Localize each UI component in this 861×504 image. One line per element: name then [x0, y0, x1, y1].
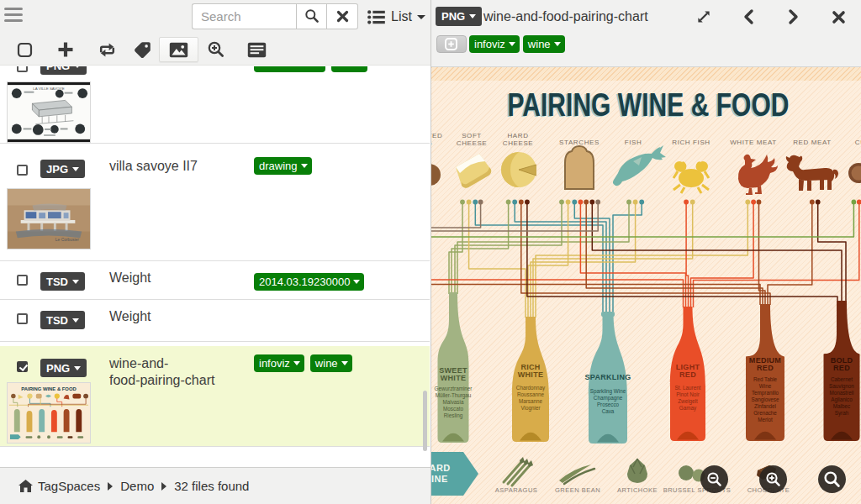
zoom-reset-button[interactable]: [818, 465, 846, 493]
banner-text: WINE: [431, 474, 448, 484]
food-label: VEG: [431, 139, 432, 147]
tag-pill[interactable]: infoviz: [254, 354, 304, 372]
view-mode-dropdown[interactable]: List: [367, 8, 425, 26]
file-checkbox[interactable]: [17, 275, 28, 286]
svg-text:Le Corbusier: Le Corbusier: [55, 238, 79, 242]
checkbox-outline-icon: [17, 42, 33, 58]
zoom-in-list-button[interactable]: [202, 37, 230, 62]
repeat-icon: [98, 41, 117, 59]
preview-file-title: wine-and-food-pairing-chart: [483, 9, 648, 24]
file-ext-badge[interactable]: TSD: [40, 311, 85, 329]
tag-pill[interactable]: [254, 66, 325, 72]
breadcrumb-app[interactable]: TagSpaces: [38, 479, 100, 493]
bottle-name: RED: [757, 364, 774, 372]
file-checkbox[interactable]: [17, 66, 28, 72]
bottle-wine: Zinfandel: [754, 403, 776, 409]
file-title: Weight: [109, 308, 151, 325]
previous-file-button[interactable]: [737, 7, 759, 27]
file-thumbnail-villa-drawing[interactable]: LA VILLE SAVOYE: [7, 81, 91, 143]
wine-bottle: [512, 317, 549, 442]
close-preview-button[interactable]: [827, 7, 849, 27]
add-tag-button[interactable]: [436, 35, 467, 54]
create-file-button[interactable]: [51, 37, 80, 62]
thumbnails-toggle-button[interactable]: [159, 37, 198, 62]
next-file-button[interactable]: [783, 7, 805, 27]
file-tags: 2014.03.19230000: [254, 273, 364, 291]
food-label: CHEESE: [503, 139, 534, 147]
bottle-wine: Monastrell: [829, 390, 853, 396]
food-category-labels: ROASTEDVEGSOFTCHEESEHARDCHEESESTARCHESFI…: [431, 132, 861, 147]
details-view-button[interactable]: [242, 37, 271, 62]
breadcrumb-folder[interactable]: Demo: [120, 479, 154, 493]
search-button[interactable]: [296, 3, 327, 29]
preview-tag-pill[interactable]: wine: [523, 35, 565, 53]
food-label: RED MEAT: [793, 139, 832, 146]
preview-tag-pill[interactable]: infoviz: [469, 35, 520, 53]
home-icon[interactable]: [18, 480, 33, 492]
bottle-wine: Cava: [602, 408, 615, 414]
file-browser-panel: List: [0, 0, 430, 504]
tag-pill[interactable]: 2014.03.19230000: [254, 273, 364, 291]
banner-text: HARD: [431, 463, 451, 473]
bottle-wine: Zweigelt: [678, 398, 698, 405]
tag-label: infoviz: [474, 38, 505, 50]
file-checkbox[interactable]: [17, 313, 28, 324]
bottle-wine: Prosecco: [597, 402, 620, 407]
tag-pill[interactable]: drawing: [254, 157, 312, 175]
chevron-down-icon: [301, 164, 308, 168]
bottle-name: RED: [833, 364, 850, 372]
file-tags: infovizwine: [254, 354, 352, 372]
file-checkbox[interactable]: [17, 165, 28, 176]
fullscreen-button[interactable]: [693, 7, 715, 27]
file-row[interactable]: PNG LA VILLE SAVOYE: [0, 66, 430, 144]
bottle-wine: Merlot: [758, 417, 773, 423]
file-title: wine-and-food-pairing-chart: [109, 355, 214, 389]
food-label: SOFT: [462, 132, 482, 139]
vegetable-label: ASPARAGUS: [495, 486, 538, 494]
wine-bottles: [438, 292, 860, 444]
clear-search-button[interactable]: [327, 3, 358, 29]
magnifier-plus-icon: [207, 40, 225, 59]
refresh-button[interactable]: [92, 37, 121, 62]
file-thumbnail-villa-watercolor[interactable]: Le Corbusier: [7, 188, 91, 249]
file-ext-label: PNG: [46, 66, 70, 72]
tag-pill[interactable]: [331, 66, 367, 72]
magnifier-icon: [823, 470, 841, 488]
bottle-wine: Sparkling Wine: [590, 388, 626, 395]
bottle-wine: Viognier: [521, 405, 541, 412]
bottle-wine: Moscato: [443, 406, 463, 412]
file-thumbnail-wine-chart[interactable]: PAIRING WINE & FOOD: [7, 382, 91, 444]
file-row[interactable]: TSDWeight2014.03.19230000: [0, 261, 430, 300]
chevron-right-icon: [161, 482, 166, 491]
file-ext-label: PNG: [46, 362, 70, 375]
file-tags: [254, 66, 367, 72]
file-ext-badge[interactable]: TSD: [40, 272, 85, 291]
list-scrollbar-thumb[interactable]: [423, 391, 427, 451]
file-row[interactable]: TSDWeight: [0, 300, 430, 342]
file-row[interactable]: JPGvilla savoye II7drawing Le Corbusier: [0, 144, 430, 261]
chevron-down-icon: [554, 42, 561, 46]
search-input[interactable]: [192, 3, 296, 29]
menu-icon[interactable]: [4, 8, 29, 24]
zoom-out-button[interactable]: [700, 465, 728, 493]
image-viewer[interactable]: PAIRING WINE & FOODPAIRING WINE & FOODRO…: [431, 67, 861, 504]
close-icon: [832, 10, 846, 24]
file-ext-badge[interactable]: PNG: [40, 359, 87, 377]
bottle-wine: Müller-Thurgau: [436, 392, 472, 399]
tag-icon: [133, 40, 151, 59]
tag-button[interactable]: [128, 37, 156, 62]
preview-ext-badge[interactable]: PNG: [436, 7, 482, 26]
file-ext-badge[interactable]: JPG: [40, 160, 85, 178]
bottle-wine: Malvasia: [443, 399, 464, 405]
file-ext-badge[interactable]: PNG: [40, 66, 87, 75]
select-all-button[interactable]: [10, 37, 39, 62]
file-checkbox-checked[interactable]: [17, 361, 28, 372]
file-row[interactable]: PNGwine-and-food-pairing-chartinfovizwin…: [0, 346, 430, 447]
vegetable-label: ARTICHOKE: [617, 486, 658, 494]
tag-label: drawing: [259, 160, 298, 172]
tag-pill[interactable]: wine: [310, 354, 352, 372]
zoom-in-button[interactable]: [759, 465, 787, 493]
search-icon: [304, 8, 320, 24]
files-found-count: 32 files found: [174, 479, 249, 493]
food-icons: [431, 145, 861, 195]
